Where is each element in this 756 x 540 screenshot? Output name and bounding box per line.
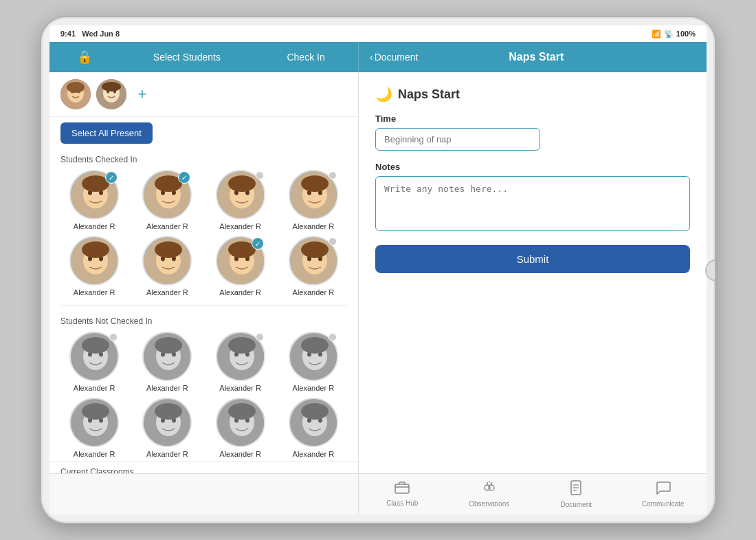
home-button[interactable] — [705, 259, 715, 281]
student-item[interactable]: Alexander R — [60, 398, 128, 458]
checked-in-label: Students Checked In — [49, 149, 358, 167]
tab-observations[interactable]: Observations — [446, 474, 533, 515]
ipad-frame: 9:41 Wed Jun 8 📶 📡 100% 🔒 Select Student… — [41, 17, 715, 523]
svg-rect-90 — [395, 484, 409, 493]
left-panel: + Select All Present Students Checked In — [49, 72, 359, 473]
teacher-face-2 — [96, 79, 126, 109]
svg-point-54 — [82, 337, 109, 354]
student-item[interactable]: Alexander R — [207, 170, 274, 230]
document-label: Document — [560, 501, 592, 508]
form-title: 🌙 Naps Start — [375, 86, 690, 102]
student-name: Alexander R — [293, 450, 335, 458]
observations-icon — [482, 481, 497, 498]
select-all-present-btn[interactable]: Select All Present — [60, 122, 153, 144]
student-name: Alexander R — [146, 450, 188, 458]
student-item[interactable]: Alexander R — [207, 398, 274, 458]
svg-point-24 — [228, 175, 256, 192]
student-avatar — [289, 398, 338, 447]
dot-badge — [256, 333, 264, 341]
chevron-left-icon: ‹ — [370, 52, 373, 63]
student-item[interactable]: Alexander R — [280, 398, 347, 458]
tab-document[interactable]: Document — [533, 474, 620, 515]
nav-right: ‹ Document Naps Start — [359, 42, 707, 72]
time-display: 9:41 Wed Jun 8 — [60, 30, 120, 38]
teacher-row: + — [49, 72, 358, 117]
classrooms-label: Current Classrooms — [60, 467, 347, 473]
not-checked-in-grid: Alexander R Alexander R — [49, 329, 358, 461]
student-item[interactable]: Alexander R — [207, 332, 274, 392]
student-item[interactable]: ✓ Alexander R — [207, 236, 274, 296]
tab-class-hub[interactable]: Class Hub — [359, 474, 446, 515]
notes-label: Notes — [375, 162, 690, 172]
svg-point-39 — [155, 241, 182, 258]
svg-point-49 — [301, 241, 329, 258]
svg-point-4 — [67, 82, 85, 93]
select-students-btn[interactable]: Select Students — [148, 52, 226, 63]
student-item[interactable]: Alexander R — [133, 236, 201, 296]
svg-point-84 — [228, 403, 256, 420]
classrooms-section: Current Classrooms 🐝 🐛 + — [49, 461, 358, 473]
divider — [60, 305, 347, 305]
tab-bar: Class Hub Observations Document — [49, 473, 707, 515]
student-item[interactable]: Alexander R — [133, 332, 201, 392]
student-name: Alexander R — [74, 288, 115, 296]
svg-point-92 — [489, 485, 494, 490]
check-badge: ✓ — [178, 171, 190, 184]
battery-display: 100% — [676, 30, 696, 38]
student-item[interactable]: Alexander R — [280, 236, 347, 296]
time-input[interactable] — [375, 128, 540, 151]
dot-badge — [256, 171, 264, 180]
student-name: Alexander R — [74, 384, 115, 392]
nav-left: 🔒 Select Students Check In — [49, 42, 359, 72]
student-item[interactable]: ✓ Alexander R — [133, 170, 201, 230]
tab-communicate[interactable]: Communicate — [620, 474, 707, 515]
submit-btn[interactable]: Submit — [375, 245, 690, 273]
svg-point-64 — [228, 337, 256, 354]
document-icon — [570, 480, 582, 499]
student-name: Alexander R — [74, 222, 115, 230]
svg-point-74 — [82, 403, 109, 420]
student-item[interactable]: Alexander R — [280, 170, 347, 230]
student-name: Alexander R — [146, 384, 188, 392]
svg-point-69 — [301, 337, 329, 354]
svg-point-79 — [155, 403, 182, 420]
status-bar: 9:41 Wed Jun 8 📶 📡 100% — [49, 25, 707, 42]
signal-icon: 📶 — [652, 30, 661, 39]
svg-point-34 — [82, 241, 109, 258]
time-label: Time — [375, 114, 690, 124]
ipad-screen: 9:41 Wed Jun 8 📶 📡 100% 🔒 Select Student… — [49, 25, 707, 515]
teacher-avatar-2[interactable] — [96, 79, 126, 109]
student-item[interactable]: Alexander R — [280, 332, 347, 392]
top-nav: 🔒 Select Students Check In ‹ Document Na… — [49, 42, 707, 72]
observations-label: Observations — [469, 500, 509, 508]
right-panel: 🌙 Naps Start Time Notes Submit — [359, 72, 707, 473]
student-avatar — [69, 398, 119, 447]
students-scroll[interactable]: Students Checked In ✓ Alexander R — [49, 149, 358, 473]
student-name: Alexander R — [219, 450, 261, 458]
add-teacher-btn[interactable]: + — [132, 84, 153, 105]
svg-point-89 — [301, 403, 329, 420]
student-name: Alexander R — [293, 222, 335, 230]
student-avatar — [142, 398, 192, 447]
main-content: + Select All Present Students Checked In — [49, 72, 707, 473]
student-item[interactable]: ✓ Alexander R — [60, 170, 128, 230]
notes-textarea[interactable] — [375, 176, 690, 231]
check-in-btn[interactable]: Check In — [281, 52, 330, 63]
student-avatar — [216, 398, 265, 447]
student-item[interactable]: Alexander R — [60, 236, 128, 296]
communicate-label: Communicate — [642, 500, 685, 508]
back-btn[interactable]: ‹ Document — [370, 52, 418, 63]
lock-icon[interactable]: 🔒 — [77, 50, 92, 65]
student-item[interactable]: Alexander R — [133, 398, 201, 458]
svg-point-29 — [301, 175, 329, 192]
student-name: Alexander R — [146, 288, 188, 296]
class-hub-label: Class Hub — [386, 499, 418, 507]
student-avatar — [69, 236, 119, 285]
student-item[interactable]: Alexander R — [60, 332, 128, 392]
communicate-icon — [656, 481, 671, 498]
teacher-face-1 — [60, 79, 91, 109]
dot-badge — [329, 171, 337, 180]
teacher-avatar-1[interactable] — [60, 79, 91, 109]
dot-badge — [329, 237, 337, 246]
svg-point-9 — [102, 82, 121, 91]
